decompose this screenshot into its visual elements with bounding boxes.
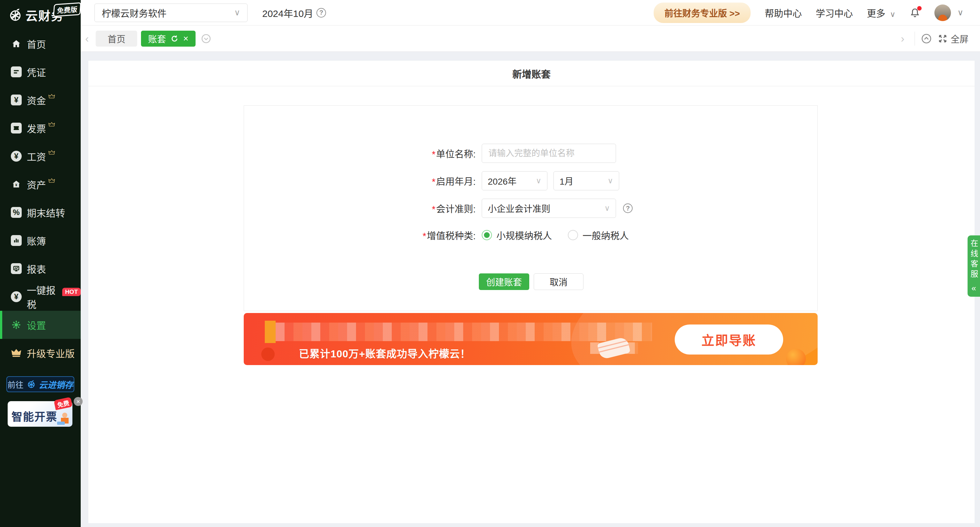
ad-person-illustration	[54, 411, 71, 426]
funds-yuan-icon: ¥	[11, 94, 22, 105]
chevron-down-icon: ∨	[890, 10, 896, 19]
notifications-bell-icon[interactable]	[910, 7, 920, 18]
voucher-icon	[11, 66, 22, 77]
divider	[915, 32, 915, 46]
lemon-blue-icon	[27, 380, 36, 389]
bar-chart-icon	[11, 235, 22, 246]
free-edition-badge: 免费版	[53, 2, 81, 17]
import-now-button[interactable]: 立即导账	[675, 324, 783, 355]
chevron-down-icon: ∨	[536, 176, 541, 185]
sidebar-item-tax[interactable]: ¥ 一键报税 HOT	[0, 283, 81, 311]
sidebar-item-funds[interactable]: ¥ 资金	[0, 86, 81, 114]
invoice-icon	[11, 123, 22, 134]
crown-badge-icon	[48, 122, 55, 128]
crown-badge-icon	[48, 94, 55, 99]
goto-inventory-button[interactable]: 前往 云进销存	[6, 376, 74, 392]
tab-account-set[interactable]: 账套 ×	[141, 31, 195, 46]
tax-yuan-icon: ¥	[11, 291, 22, 302]
required-asterisk: *	[432, 177, 436, 187]
topbar: 柠檬云财务软件 ∨ 2024年10月 ? 前往财务专业版 >> 帮助中心 学习中…	[81, 0, 980, 26]
start-month-select[interactable]: 1月 ∨	[554, 171, 619, 190]
sidebar-item-reports[interactable]: 报表	[0, 255, 81, 283]
content-card: 新增账套 *单位名称: *启用年月: 2026年 ∨ 1月 ∨	[88, 61, 975, 523]
required-asterisk: *	[432, 204, 436, 214]
chevron-down-icon: ∨	[234, 8, 240, 18]
chevron-down-icon: ∨	[608, 176, 613, 185]
crown-badge-icon	[48, 178, 55, 184]
required-asterisk: *	[423, 231, 426, 241]
radio-general-taxpayer[interactable]: 一般纳税人	[568, 228, 629, 242]
tabs-scroll-right-icon[interactable]: ›	[896, 32, 909, 45]
sidebar-item-ledger[interactable]: 账簿	[0, 227, 81, 255]
accounting-standard-select[interactable]: 小企业会计准则 ∨	[482, 199, 616, 218]
topbar-right: 前往财务专业版 >> 帮助中心 学习中心 更多 ∨ ∨	[654, 3, 980, 23]
sidebar-item-home[interactable]: 首页	[0, 30, 81, 58]
sidebar-item-voucher[interactable]: 凭证	[0, 58, 81, 86]
sidebar-item-upgrade-pro[interactable]: 升级专业版	[0, 339, 81, 367]
import-promo-banner[interactable]: 已累计100万+账套成功导入柠檬云！ 立即导账	[244, 313, 818, 365]
lemon-logo-icon	[8, 8, 22, 22]
chevron-down-icon: ∨	[604, 204, 610, 213]
radio-small-scale-taxpayer[interactable]: 小规模纳税人	[482, 228, 552, 242]
period-help-icon[interactable]: ?	[317, 8, 326, 18]
company-select[interactable]: 柠檬云财务软件 ∨	[94, 3, 248, 22]
crown-badge-icon	[48, 150, 55, 155]
company-name-input[interactable]	[482, 144, 616, 163]
hot-badge: HOT	[62, 288, 81, 296]
tabbar-right: › 全屏	[896, 32, 980, 46]
sidebar-item-settings[interactable]: 设置	[0, 311, 81, 339]
percent-icon: %	[11, 207, 22, 218]
tab-home[interactable]: 首页	[96, 31, 137, 46]
collapse-up-icon[interactable]	[921, 33, 932, 45]
app-logo[interactable]: 云财务 免费版	[0, 0, 81, 30]
smart-invoicing-ad[interactable]: 智能开票 免费	[8, 401, 72, 427]
gold-crown-icon	[11, 348, 22, 358]
asset-house-icon: ¥	[11, 179, 22, 190]
notification-dot	[917, 6, 922, 11]
page-title: 新增账套	[512, 66, 550, 80]
expand-icon	[938, 34, 947, 43]
home-icon	[11, 38, 22, 49]
form-row-standard: *会计准则: 小企业会计准则 ∨ ?	[244, 199, 817, 218]
help-center-link[interactable]: 帮助中心	[765, 6, 802, 19]
user-avatar[interactable]	[934, 5, 951, 21]
learning-center-link[interactable]: 学习中心	[816, 6, 853, 19]
tabs-scroll-left-icon[interactable]: ‹	[81, 32, 93, 45]
sidebar-item-invoice[interactable]: 发票	[0, 114, 81, 142]
ad-close-icon[interactable]: ×	[74, 397, 83, 406]
period-value: 2024年10月	[262, 6, 313, 20]
svg-text:¥: ¥	[15, 183, 18, 187]
ad-title: 智能开票	[11, 408, 57, 424]
start-year-select[interactable]: 2026年 ∨	[482, 171, 547, 190]
radio-unselected-icon	[568, 230, 578, 240]
main-content: 新增账套 *单位名称: *启用年月: 2026年 ∨ 1月 ∨	[81, 52, 980, 527]
tab-list-dropdown-icon[interactable]	[200, 33, 212, 44]
standard-help-icon[interactable]: ?	[623, 203, 633, 213]
more-menu[interactable]: 更多 ∨	[867, 6, 896, 19]
chevron-down-icon[interactable]: ∨	[957, 8, 963, 18]
radio-selected-icon	[482, 230, 492, 240]
cancel-button[interactable]: 取消	[534, 273, 584, 290]
online-service-tab[interactable]: 在线客服 «	[967, 235, 980, 297]
company-select-value: 柠檬云财务软件	[102, 6, 167, 19]
sidebar: 云财务 免费版 首页 凭证 ¥ 资金 发票 ¥	[0, 0, 81, 527]
page-tabbar: ‹ 首页 账套 × › 全屏	[81, 26, 980, 52]
sidebar-item-salary[interactable]: ¥ 工资	[0, 142, 81, 170]
collapse-left-icon: «	[971, 283, 976, 293]
goto-pro-button[interactable]: 前往财务专业版 >>	[654, 3, 751, 23]
form-row-company: *单位名称:	[244, 144, 817, 163]
salary-icon: ¥	[11, 151, 22, 161]
report-board-icon	[11, 263, 22, 274]
sidebar-item-assets[interactable]: ¥ 资产	[0, 170, 81, 198]
free-ribbon-badge: 免费	[54, 397, 72, 410]
fullscreen-button[interactable]: 全屏	[938, 32, 969, 45]
banner-subtitle: 已累计100万+账套成功导入柠檬云！	[299, 346, 471, 360]
card-header: 新增账套	[88, 61, 975, 86]
accounting-period: 2024年10月 ?	[262, 6, 326, 20]
online-service-label: 在线客服	[968, 239, 979, 280]
sidebar-item-closing[interactable]: % 期末结转	[0, 198, 81, 227]
required-asterisk: *	[432, 149, 436, 160]
tab-close-icon[interactable]: ×	[183, 34, 188, 44]
refresh-icon[interactable]	[170, 35, 179, 43]
create-account-set-button[interactable]: 创建账套	[479, 273, 529, 290]
